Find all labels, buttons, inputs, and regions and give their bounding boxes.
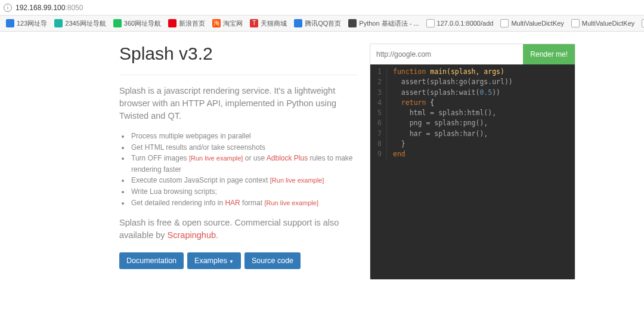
line-number: 1 — [370, 67, 387, 77]
run-example-link[interactable]: [Run live example] — [270, 177, 324, 184]
site-icon: T — [250, 19, 258, 27]
site-icon — [348, 19, 357, 27]
page-title: Splash v3.2 — [119, 44, 358, 64]
wechat-icon — [504, 295, 525, 316]
url-input[interactable] — [370, 44, 523, 64]
line-number: 6 — [370, 118, 387, 128]
site-icon — [168, 19, 177, 27]
bookmark-tmall[interactable]: T天猫商城 — [246, 19, 290, 28]
site-icon — [294, 19, 302, 27]
source-code-button[interactable]: Source code — [244, 252, 301, 269]
scrapinghub-link[interactable]: Scrapinghub — [168, 230, 216, 240]
bookmark-local2[interactable]: 127.0.0.1:8000/add — [638, 19, 644, 27]
bookmark-mvdk2[interactable]: MultiValueDictKey — [568, 19, 638, 27]
line-number: 3 — [370, 88, 387, 98]
bookmark-taobao[interactable]: 淘淘宝网 — [209, 19, 246, 28]
line-number: 2 — [370, 77, 387, 87]
adblock-link[interactable]: Adblock Plus — [267, 154, 308, 162]
list-item: Get detailed rendering info in HAR forma… — [130, 197, 358, 209]
documentation-button[interactable]: Documentation — [119, 252, 184, 269]
divider — [119, 75, 358, 75]
right-column: Render me! 1function main(splash, args) … — [370, 44, 575, 280]
watermark-text: Python爬虫scrapy — [530, 297, 636, 314]
url-host: 192.168.99.100 — [16, 4, 65, 12]
line-number: 9 — [370, 149, 387, 159]
bookmark-local1[interactable]: 127.0.0.1:8000/add — [423, 19, 497, 27]
browser-chrome: i 192.168.99.100:8050 123网址导 2345网址导航 36… — [0, 0, 644, 32]
site-icon — [113, 19, 122, 27]
bookmark-sina[interactable]: 新浪首页 — [165, 19, 209, 28]
left-column: Splash v3.2 Splash is a javascript rende… — [119, 44, 358, 280]
file-icon — [642, 19, 644, 27]
lead-text: Splash is a javascript rendering service… — [119, 85, 358, 122]
bookmarks-bar: 123网址导 2345网址导航 360网址导航 新浪首页 淘淘宝网 T天猫商城 … — [0, 16, 644, 31]
list-item: Get HTML results and/or take screenshots — [130, 142, 358, 153]
line-number: 8 — [370, 139, 387, 149]
info-icon[interactable]: i — [4, 4, 12, 12]
line-number: 5 — [370, 108, 387, 118]
sub-lead: Splash is free & open source. Commercial… — [119, 217, 358, 242]
bookmark-qq[interactable]: 腾讯QQ首页 — [290, 19, 345, 28]
site-icon — [54, 19, 63, 27]
file-icon — [571, 19, 580, 27]
run-example-link[interactable]: [Run live example] — [264, 199, 318, 206]
file-icon — [426, 19, 435, 27]
file-icon — [500, 19, 509, 27]
button-row: Documentation Examples▼ Source code — [119, 252, 358, 269]
har-link[interactable]: HAR — [225, 199, 240, 207]
list-item: Execute custom JavaScript in page contex… — [130, 175, 358, 186]
chevron-down-icon: ▼ — [229, 259, 234, 264]
url-port: :8050 — [65, 4, 83, 12]
site-icon: 淘 — [212, 19, 221, 27]
bookmark-123[interactable]: 123网址导 — [2, 19, 51, 28]
list-item: Turn OFF images [Run live example] or us… — [130, 153, 358, 175]
code-editor[interactable]: 1function main(splash, args) 2 assert(sp… — [370, 64, 575, 279]
address-bar[interactable]: i 192.168.99.100:8050 — [0, 0, 644, 16]
run-example-link[interactable]: [Run live example] — [189, 155, 243, 162]
watermark: Python爬虫scrapy — [504, 295, 636, 316]
list-item: Process multiple webpages in parallel — [130, 131, 358, 142]
site-icon — [6, 19, 14, 27]
bookmark-360[interactable]: 360网址导航 — [110, 19, 165, 28]
bookmark-mvdk1[interactable]: MultiValueDictKey — [497, 19, 567, 27]
page-content: Splash v3.2 Splash is a javascript rende… — [0, 32, 644, 280]
examples-button[interactable]: Examples▼ — [187, 252, 241, 269]
features-list: Process multiple webpages in parallel Ge… — [130, 131, 358, 208]
render-panel: Render me! 1function main(splash, args) … — [370, 44, 575, 280]
bookmark-2345[interactable]: 2345网址导航 — [51, 19, 109, 28]
render-header: Render me! — [370, 44, 575, 64]
list-item: Write Lua browsing scripts; — [130, 186, 358, 197]
line-number: 4 — [370, 98, 387, 108]
render-button[interactable]: Render me! — [523, 44, 575, 64]
line-number: 7 — [370, 129, 387, 139]
bookmark-python[interactable]: Python 基础语法 - ... — [345, 19, 422, 28]
